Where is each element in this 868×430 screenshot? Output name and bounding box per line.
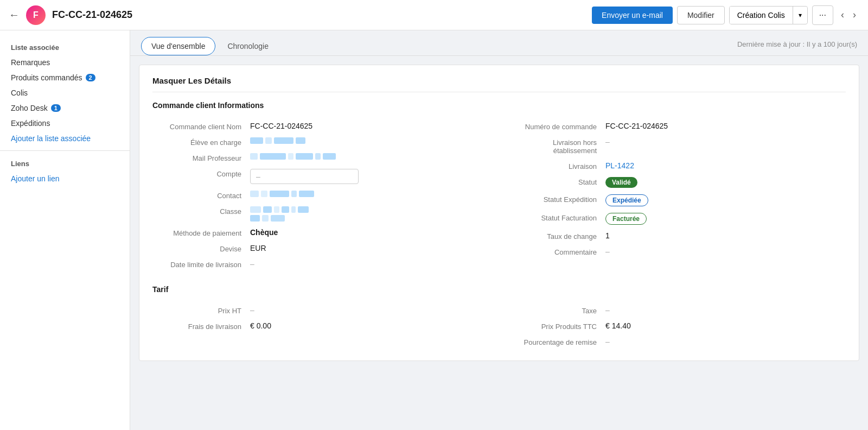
field-label-contact: Contact xyxy=(152,191,250,200)
expeditions-label: Expéditions xyxy=(11,119,50,128)
field-methode-paiement: Méthode de paiement Chèque xyxy=(152,225,490,241)
field-label-frais: Frais de livraison xyxy=(152,321,250,331)
creation-colis-split: Création Colis ▾ xyxy=(729,6,808,24)
field-label-commentaire: Commentaire xyxy=(508,247,605,256)
field-classe: Classe xyxy=(152,203,490,225)
card-title: Masquer Les Détails xyxy=(152,76,846,85)
produits-label: Produits commandés xyxy=(11,73,82,82)
sidebar: Liste associée Remarques Produits comman… xyxy=(0,30,130,430)
ajouter-liste-link[interactable]: Ajouter la liste associée xyxy=(0,131,130,146)
back-button[interactable]: ← xyxy=(9,9,20,21)
zoho-label: Zoho Desk xyxy=(11,104,48,112)
zoho-badge: 1 xyxy=(51,104,61,112)
field-numero-commande: Numéro de commande FC-CC-21-024625 xyxy=(508,118,846,134)
field-frais-livraison: Frais de livraison € 0.00 xyxy=(152,318,490,334)
tab-chronologie[interactable]: Chronologie xyxy=(218,37,278,55)
field-livraison: Livraison PL-1422 xyxy=(508,158,846,174)
field-compte: Compte xyxy=(152,166,490,187)
field-commande-nom: Commande client Nom FC-CC-21-024625 xyxy=(152,118,490,134)
field-label-livraison: Livraison xyxy=(508,161,605,170)
main-layout: Liste associée Remarques Produits comman… xyxy=(0,30,868,430)
more-options-button[interactable]: ··· xyxy=(812,5,833,25)
field-label-date: Date limite de livraison xyxy=(152,260,250,269)
section-subtitle: Commande client Informations xyxy=(152,101,846,110)
field-devise: Devise EUR xyxy=(152,241,490,256)
tarif-section: Tarif Prix HT – Frais de livraison € 0.0… xyxy=(152,285,846,350)
sidebar-item-zoho-desk[interactable]: Zoho Desk 1 xyxy=(0,100,130,116)
facturation-badge: Facturée xyxy=(605,213,647,225)
content-area: Vue d'ensemble Chronologie Dernière mise… xyxy=(130,30,868,430)
field-date-livraison: Date limite de livraison – xyxy=(152,256,490,272)
remise-value: – xyxy=(605,337,846,346)
field-label-eleve: Élève en charge xyxy=(152,137,250,147)
field-label-prix-ttc: Prix Produits TTC xyxy=(508,321,605,331)
tabs: Vue d'ensemble Chronologie xyxy=(141,37,278,55)
field-pourcentage-remise: Pourcentage de remise – xyxy=(508,334,846,350)
field-label-taux: Taux de change xyxy=(508,231,605,241)
next-record-button[interactable]: › xyxy=(850,7,859,23)
field-livraison-hors: Livraison hors établissement – xyxy=(508,134,846,158)
classe-value-1 xyxy=(250,206,309,213)
livraison-value[interactable]: PL-1422 xyxy=(605,161,846,170)
tab-vue-ensemble[interactable]: Vue d'ensemble xyxy=(141,37,215,55)
tab-bar: Vue d'ensemble Chronologie Dernière mise… xyxy=(130,30,868,56)
liste-associee-title: Liste associée xyxy=(0,39,130,55)
field-eleve: Élève en charge xyxy=(152,134,490,150)
sidebar-item-produits-commandes[interactable]: Produits commandés 2 xyxy=(0,70,130,85)
taux-value: 1 xyxy=(605,231,846,240)
commentaire-value: – xyxy=(605,247,846,256)
compte-input[interactable] xyxy=(250,169,359,184)
frais-value: € 0.00 xyxy=(250,321,490,330)
field-taux-change: Taux de change 1 xyxy=(508,228,846,244)
field-statut: Statut Validé xyxy=(508,174,846,191)
creation-colis-dropdown[interactable]: ▾ xyxy=(793,7,807,23)
taxe-value: – xyxy=(605,306,846,314)
methode-value: Chèque xyxy=(250,228,490,237)
field-statut-expedition: Statut Expédition Expédiée xyxy=(508,191,846,210)
sidebar-item-remarques[interactable]: Remarques xyxy=(0,55,130,70)
tarif-title: Tarif xyxy=(152,285,846,294)
tarif-left-fields: Prix HT – Frais de livraison € 0.00 xyxy=(152,302,490,350)
right-fields: Numéro de commande FC-CC-21-024625 Livra… xyxy=(508,118,846,272)
field-label: Commande client Nom xyxy=(152,122,250,131)
devise-value: EUR xyxy=(250,244,490,252)
field-statut-facturation: Statut Facturation Facturée xyxy=(508,210,846,228)
email-button[interactable]: Envoyer un e-mail xyxy=(592,7,673,24)
produits-badge: 2 xyxy=(86,74,95,81)
sidebar-item-expeditions[interactable]: Expéditions xyxy=(0,116,130,131)
left-fields: Commande client Nom FC-CC-21-024625 Élèv… xyxy=(152,118,490,272)
sidebar-divider xyxy=(0,150,130,151)
last-updated-text: Dernière mise à jour : Il y a 100 jour(s… xyxy=(737,40,857,53)
liens-title: Liens xyxy=(0,155,130,171)
expedition-badge: Expédiée xyxy=(605,194,648,206)
prix-ttc-value: € 14.40 xyxy=(605,321,846,330)
statut-badge: Validé xyxy=(605,177,637,188)
creation-colis-button[interactable]: Création Colis xyxy=(730,7,793,24)
field-label-classe: Classe xyxy=(152,206,250,216)
nav-arrows: ‹ › xyxy=(838,7,859,23)
avatar: F xyxy=(26,5,46,25)
numero-value: FC-CC-21-024625 xyxy=(605,122,846,130)
date-value: – xyxy=(250,260,490,268)
contact-value xyxy=(250,191,314,197)
prev-record-button[interactable]: ‹ xyxy=(838,7,847,23)
livraison-hors-value: – xyxy=(605,137,846,146)
field-label-numero: Numéro de commande xyxy=(508,122,605,131)
field-prix-ht: Prix HT – xyxy=(152,302,490,318)
field-prix-produits-ttc: Prix Produits TTC € 14.40 xyxy=(508,318,846,334)
ajouter-lien-link[interactable]: Ajouter un lien xyxy=(0,171,130,186)
field-commentaire: Commentaire – xyxy=(508,244,846,260)
record-title: FC-CC-21-024625 xyxy=(52,9,585,21)
prix-ht-value: – xyxy=(250,306,490,314)
remarques-label: Remarques xyxy=(11,58,50,67)
field-label-methode: Méthode de paiement xyxy=(152,228,250,237)
field-label-mail: Mail Professeur xyxy=(152,153,250,162)
section-divider-top xyxy=(152,92,846,92)
field-contact: Contact xyxy=(152,187,490,203)
sidebar-item-colis[interactable]: Colis xyxy=(0,85,130,100)
field-label-expedition: Statut Expédition xyxy=(508,194,605,204)
top-header: ← F FC-CC-21-024625 Envoyer un e-mail Mo… xyxy=(0,0,868,30)
field-label-taxe: Taxe xyxy=(508,306,605,315)
header-actions: Envoyer un e-mail Modifier Création Coli… xyxy=(592,5,859,25)
modifier-button[interactable]: Modifier xyxy=(677,6,725,24)
